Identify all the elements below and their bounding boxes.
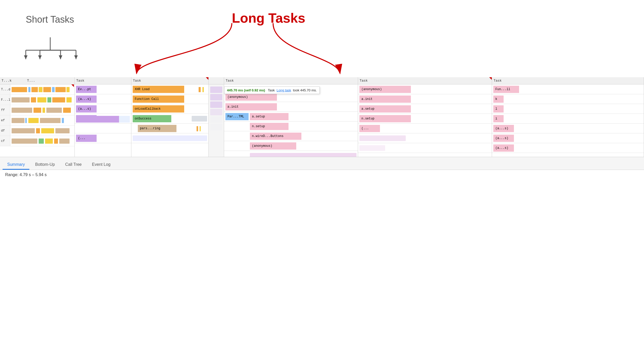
last-label-i: i	[493, 115, 504, 122]
right-row-asetup: a.setup	[358, 104, 492, 114]
last-label-funll: Fun...ll	[493, 86, 519, 93]
stack-row-as1: (a...s)	[75, 94, 131, 104]
section-header-right: Task	[358, 77, 492, 84]
stack-label-pars: pars...ring	[138, 125, 176, 132]
run-label-partml: Par...TML	[225, 113, 249, 120]
tab-call-tree[interactable]: Call Tree	[61, 160, 86, 170]
right-row-anon1: (anonymous)	[358, 84, 492, 94]
right-label-nsetup: n.setup	[359, 115, 411, 122]
last-row-as3: (a...s)	[492, 143, 644, 153]
section-header-2: Task	[75, 77, 131, 84]
last-label-as3: (a...s)	[493, 144, 514, 152]
devtools-panel: T...k T... T...d	[0, 77, 644, 362]
section-last: Task Fun...ll k l i (a...s) (a...s) (a..…	[492, 77, 644, 157]
tab-bottom-up[interactable]: Bottom-Up	[30, 160, 59, 170]
header-label-tk: T...k	[2, 79, 12, 83]
stack-row-evpt: Ev...pt	[75, 84, 131, 94]
stack-label-xhr: XHR Load	[133, 86, 184, 93]
annotation-svg	[0, 0, 644, 80]
last-row-as2: (a...s)	[492, 133, 644, 143]
row-label-ff: ff	[0, 105, 10, 115]
right-label-anon1: (anonymous)	[359, 86, 411, 93]
right-row-dotsleft: (...	[358, 124, 492, 133]
stack-xhr-load: XHR Load	[131, 84, 208, 94]
section-right: Task (anonymous) a.init a.setup n.setup …	[358, 77, 492, 157]
stack-label-func: Function Call	[133, 96, 184, 103]
right-row-empty1	[358, 133, 492, 143]
svg-marker-10	[38, 55, 42, 59]
tooltip-time: 445.70 ms (self 0.92 ms)	[227, 88, 265, 92]
run-row-nsetup1: n.setup	[224, 122, 358, 131]
row-content-ff	[10, 105, 74, 115]
right-row-ainit: a.init	[358, 94, 492, 104]
stack-label-as2: (a...s)	[76, 105, 97, 113]
section-short-tasks: T...k T... T...d	[0, 77, 75, 157]
row-content-cf	[10, 136, 74, 146]
run-row-extra	[224, 151, 358, 157]
stack-row-dotsleft: (...	[75, 133, 131, 143]
run-row-anon2: (anonymous)	[224, 141, 358, 151]
run-row-nwired: n.wireD...Buttons	[224, 131, 358, 141]
last-row-as1: (a...s)	[492, 124, 644, 133]
section-task-stack: Task XHR Load Function Call onLoadCallba…	[131, 77, 209, 157]
run-label-nwired: n.wireD...Buttons	[250, 133, 301, 140]
last-row-i: i	[492, 114, 644, 124]
timeline-row-df: df	[0, 126, 74, 136]
last-label-k: k	[493, 96, 504, 103]
tab-summary[interactable]: Summary	[3, 160, 29, 170]
stack-row-dots: (...)	[75, 114, 131, 124]
row-label-fl: F...l	[0, 95, 10, 105]
right-label-asetup: a.setup	[359, 105, 411, 113]
right-row-empty2	[358, 143, 492, 153]
row-content-fl	[10, 95, 74, 105]
stack-empty	[131, 133, 208, 143]
long-tasks-label: Long Tasks	[232, 10, 305, 26]
row-label-df: df	[0, 126, 10, 136]
svg-marker-11	[59, 55, 62, 59]
gap-header	[209, 77, 224, 84]
right-row-nsetup: n.setup	[358, 114, 492, 124]
stack-label-as1: (a...s)	[76, 96, 97, 103]
section-header-1: T...k T...	[0, 77, 74, 84]
stack-parsring: pars...ring	[131, 124, 208, 133]
last-row-k: k	[492, 94, 644, 104]
last-label-as1: (a...s)	[493, 125, 514, 132]
annotation-area: Short Tasks Long Tasks	[0, 0, 644, 77]
last-label-as2: (a...s)	[493, 135, 514, 142]
timeline-row-fl: F...l	[0, 95, 74, 105]
tab-event-log[interactable]: Event Log	[87, 160, 115, 170]
last-row-funll: Fun...ll	[492, 84, 644, 94]
row-label-td: T...d	[0, 84, 10, 94]
tooltip-box: 445.70 ms (self 0.92 ms) Task Long task …	[224, 87, 320, 94]
run-label-ainit1: a.init	[225, 103, 277, 110]
section-header-last: Task	[492, 77, 644, 84]
timeline-row-cf: cf	[0, 136, 74, 146]
stack-on-load: onLoadCallback	[131, 104, 208, 114]
run-row-parttml: Par...TML a.setup	[224, 112, 358, 122]
run-row-ainit1: a.init	[224, 102, 358, 112]
timeline-area[interactable]: T...k T... T...d	[0, 77, 644, 157]
section-gap	[209, 77, 224, 157]
stack-row-as2: (a...s)	[75, 104, 131, 114]
header-label-t: T...	[27, 79, 35, 83]
run-label-anon1: (anonymous)	[225, 93, 277, 101]
timeline-row-ef: ef	[0, 115, 74, 126]
section-run: Task 445.70 ms (self 0.92 ms) Task Long …	[224, 77, 358, 157]
stack-label-onsuccess: onSuccess	[133, 115, 171, 122]
last-label-l: l	[493, 105, 504, 113]
stack-label-onload: onLoadCallback	[133, 105, 184, 113]
tooltip-message: Task	[268, 88, 275, 92]
section-mid: Task Ev...pt (a...s) (a...s) (...) (...	[75, 77, 131, 157]
right-label-dots: (...	[359, 125, 380, 132]
section-header-3: Task	[131, 77, 208, 84]
stack-label-dotsleft: (...	[76, 135, 97, 142]
svg-marker-12	[74, 55, 78, 59]
range-text: Range: 4.79 s – 5.94 s	[5, 173, 47, 177]
run-label-nsetup1: n.setup	[250, 123, 289, 130]
run-label-anon2: (anonymous)	[250, 142, 296, 150]
row-content-df	[10, 126, 74, 136]
last-row-l: l	[492, 104, 644, 114]
stack-label-evpt: Ev...pt	[76, 86, 97, 93]
stack-onsuccess: onSuccess	[131, 114, 208, 124]
stack-row-empty1	[75, 124, 131, 133]
